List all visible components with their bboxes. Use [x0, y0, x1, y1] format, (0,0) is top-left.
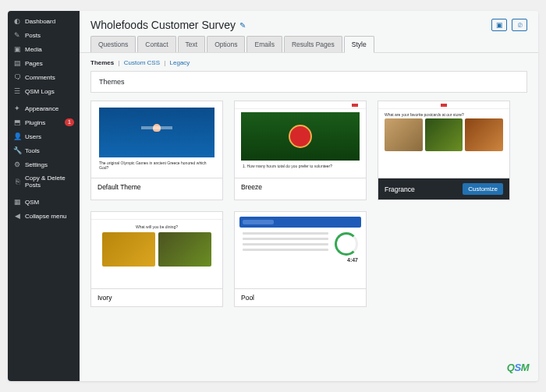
subnav-legacy[interactable]: Legacy [170, 59, 190, 66]
sidebar-item-appearance[interactable]: ✦Appearance [8, 101, 80, 115]
sidebar-item-label: Users [25, 133, 74, 140]
theme-name: Fragrance [385, 185, 415, 193]
sidebar-item-label: QSM Logs [25, 88, 74, 95]
theme-card-breeze[interactable]: 1. How many hours total do you prefer to… [234, 101, 367, 200]
dashboard-icon: ◐ [13, 17, 21, 25]
theme-name: Breeze [241, 183, 262, 191]
theme-name: Default Theme [98, 183, 141, 191]
sidebar-item-label: Tools [25, 147, 74, 154]
theme-thumbnail: 4:47 [235, 212, 366, 288]
admin-sidebar: ◐Dashboard ✎Posts ▣Media ▤Pages 🗨Comment… [8, 11, 80, 381]
subnav-custom-css[interactable]: Custom CSS [124, 59, 160, 66]
page-title-text: Wholefoods Customer Survey [90, 19, 236, 31]
themes-heading: Themes [90, 71, 527, 93]
plugins-icon: ⬒ [13, 118, 21, 126]
thumb-caption: What are your favorite postcards at our … [378, 109, 509, 118]
main-content: Wholefoods Customer Survey ✎ ▣ ⎚ Questio… [80, 11, 538, 381]
tab-contact[interactable]: Contact [137, 36, 176, 52]
copy-icon: ⎘ [13, 178, 21, 185]
theme-thumbnail: 1. How many hours total do you prefer to… [235, 101, 366, 178]
edit-icon[interactable]: ✎ [239, 21, 246, 30]
theme-thumbnail: What will you be dining? [91, 212, 222, 288]
sidebar-item-dashboard[interactable]: ◐Dashboard [8, 14, 80, 28]
sidebar-item-plugins[interactable]: ⬒Plugins1 [8, 115, 80, 129]
tab-text[interactable]: Text [178, 36, 206, 52]
tab-options[interactable]: Options [207, 36, 245, 52]
sidebar-item-label: Comments [25, 74, 74, 81]
sidebar-item-comments[interactable]: 🗨Comments [8, 70, 80, 84]
sidebar-item-settings[interactable]: ⚙Settings [8, 157, 80, 171]
qsm-logo: QSM [507, 362, 529, 373]
comments-icon: 🗨 [13, 73, 21, 81]
sidebar-item-tools[interactable]: 🔧Tools [8, 143, 80, 157]
sidebar-item-qsm-logs[interactable]: ☰QSM Logs [8, 84, 80, 98]
sidebar-item-label: Copy & Delete Posts [25, 175, 74, 189]
preview-button[interactable]: ⎚ [512, 19, 527, 31]
customize-button[interactable]: Customize [463, 183, 503, 195]
page-title: Wholefoods Customer Survey ✎ [90, 19, 246, 31]
sidebar-item-label: QSM [25, 199, 74, 206]
theme-thumbnail: What are your favorite postcards at our … [378, 101, 509, 178]
posts-icon: ✎ [13, 31, 21, 39]
sidebar-item-label: Posts [25, 32, 74, 39]
sidebar-item-collapse[interactable]: ◀Collapse menu [8, 209, 80, 223]
pages-icon: ▤ [13, 59, 21, 67]
theme-name: Pool [241, 294, 254, 302]
sidebar-item-label: Media [25, 46, 74, 53]
theme-card-default[interactable]: The original Olympic Games in ancient Gr… [90, 101, 223, 200]
tab-questions[interactable]: Questions [90, 36, 136, 52]
qsm-icon: ▦ [13, 198, 21, 206]
thumb-caption: The original Olympic Games in ancient Gr… [91, 157, 222, 173]
sidebar-item-label: Collapse menu [25, 213, 74, 220]
sidebar-item-copy-delete[interactable]: ⎘Copy & Delete Posts [8, 171, 80, 192]
tab-emails[interactable]: Emails [246, 36, 282, 52]
style-subnav: Themes | Custom CSS | Legacy [80, 53, 538, 71]
users-icon: 👤 [13, 132, 21, 140]
settings-icon: ⚙ [13, 161, 21, 168]
tools-icon: 🔧 [13, 147, 21, 154]
theme-card-pool[interactable]: 4:47 Pool [234, 211, 367, 307]
theme-name: Ivory [98, 294, 112, 302]
sidebar-item-label: Appearance [25, 105, 74, 112]
sidebar-item-label: Pages [25, 60, 74, 67]
tab-results[interactable]: Results Pages [284, 36, 342, 52]
embed-button[interactable]: ▣ [491, 19, 507, 31]
sidebar-item-label: Dashboard [25, 18, 74, 25]
appearance-icon: ✦ [13, 104, 21, 112]
theme-thumbnail: The original Olympic Games in ancient Gr… [91, 101, 222, 178]
plugins-badge: 1 [65, 118, 74, 126]
sidebar-item-posts[interactable]: ✎Posts [8, 28, 80, 42]
thumb-caption: 1. How many hours total do you prefer to… [235, 161, 366, 171]
theme-grid: The original Olympic Games in ancient Gr… [80, 101, 538, 318]
tab-style[interactable]: Style [344, 36, 374, 53]
logs-icon: ☰ [13, 87, 21, 95]
thumb-caption: What will you be dining? [91, 220, 222, 232]
media-icon: ▣ [13, 45, 21, 53]
sidebar-item-pages[interactable]: ▤Pages [8, 56, 80, 70]
thumb-caption: 4:47 [235, 256, 366, 263]
sidebar-item-label: Plugins [25, 119, 61, 126]
sidebar-item-media[interactable]: ▣Media [8, 42, 80, 56]
theme-card-fragrance[interactable]: What are your favorite postcards at our … [378, 101, 510, 200]
tabs: Questions Contact Text Options Emails Re… [80, 36, 538, 53]
sidebar-item-label: Settings [25, 161, 74, 168]
sidebar-item-users[interactable]: 👤Users [8, 129, 80, 143]
collapse-icon: ◀ [13, 212, 21, 220]
theme-card-ivory[interactable]: What will you be dining? Ivory [90, 211, 223, 307]
subnav-themes[interactable]: Themes [90, 59, 114, 66]
sidebar-item-qsm[interactable]: ▦QSM [8, 195, 80, 209]
